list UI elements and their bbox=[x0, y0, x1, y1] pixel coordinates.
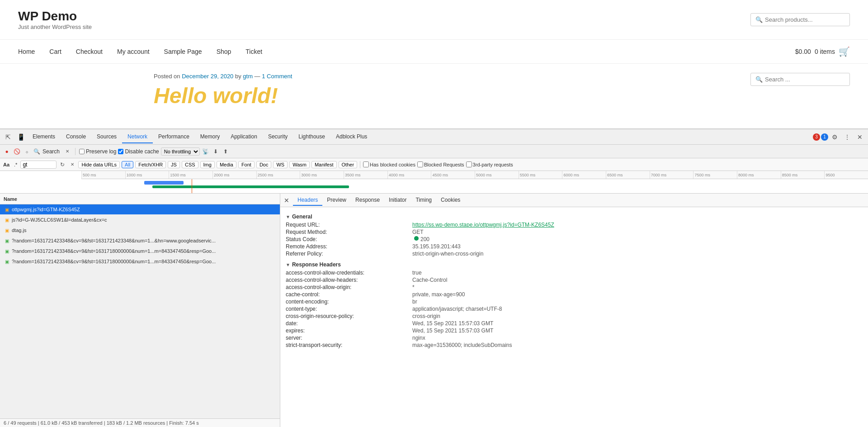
filter-refresh[interactable]: ↻ bbox=[58, 161, 66, 169]
js-icon: ▣ bbox=[4, 217, 10, 223]
tab-memory[interactable]: Memory bbox=[195, 131, 225, 143]
requests-list: ▣ ottpwgmj.js?id=GTM-KZ6S45Z ▣ js?id=G-W… bbox=[0, 204, 280, 418]
tab-headers[interactable]: Headers bbox=[293, 195, 322, 206]
devtools-main: Name ▣ ottpwgmj.js?id=GTM-KZ6S45Z ▣ js?i… bbox=[0, 194, 868, 427]
side-search-input[interactable] bbox=[765, 76, 845, 83]
img-icon: ▣ bbox=[4, 237, 10, 244]
clear-btn[interactable]: 🚫 bbox=[13, 147, 21, 156]
filter-clear[interactable]: ✕ bbox=[68, 161, 76, 169]
side-search[interactable]: 🔍 bbox=[750, 73, 850, 86]
req-name: js?id=G-WJ5CLC6SW1&l=dataLayer&cx=c bbox=[12, 217, 276, 223]
blocked-requests[interactable]: Blocked Requests bbox=[417, 161, 464, 167]
response-section-header[interactable]: Response Headers bbox=[286, 261, 863, 268]
filter-img[interactable]: Img bbox=[200, 161, 215, 168]
nav-links: Home Cart Checkout My account Sample Pag… bbox=[18, 48, 262, 55]
table-row[interactable]: ▣ ?random=1631721423348&cv=9&fst=1631718… bbox=[0, 246, 280, 256]
tab-timing[interactable]: Timing bbox=[411, 195, 436, 206]
cart-icon[interactable]: 🛒 bbox=[839, 46, 850, 57]
tab-performance[interactable]: Performance bbox=[153, 131, 195, 143]
tab-console[interactable]: Console bbox=[61, 131, 91, 143]
nav-cart[interactable]: Cart bbox=[49, 48, 61, 55]
table-row[interactable]: ▣ ottpwgmj.js?id=GTM-KZ6S45Z bbox=[0, 204, 280, 215]
filter-font[interactable]: Font bbox=[238, 161, 255, 168]
site-logo-area: WP Demo Just another WordPress site bbox=[18, 9, 92, 30]
resp-key: access-control-allow-origin: bbox=[286, 284, 412, 290]
network-conditions-icon[interactable]: 📡 bbox=[202, 147, 210, 156]
tab-network[interactable]: Network bbox=[122, 131, 153, 143]
filter-doc[interactable]: Doc bbox=[256, 161, 272, 168]
devtools-close-icon[interactable]: ✕ bbox=[854, 131, 866, 143]
requests-header: Name bbox=[0, 194, 280, 204]
export-icon[interactable]: ⬆ bbox=[222, 147, 230, 156]
nav-samplepage[interactable]: Sample Page bbox=[164, 48, 202, 55]
remote-address-val: 35.195.159.201:443 bbox=[412, 243, 461, 250]
tab-adblock[interactable]: Adblock Plus bbox=[330, 131, 373, 143]
preserve-log-check[interactable]: Preserve log bbox=[79, 148, 116, 155]
table-row[interactable]: ▣ ?random=1631721423348&cv=9&fst=1631718… bbox=[0, 256, 280, 267]
search-input-top[interactable] bbox=[765, 16, 845, 23]
has-blocked-cookies[interactable]: Has blocked cookies bbox=[363, 161, 415, 167]
page-date[interactable]: December 29, 2020 bbox=[182, 73, 233, 80]
nav-shop[interactable]: Shop bbox=[217, 48, 231, 55]
filter-wasm[interactable]: Wasm bbox=[289, 161, 310, 168]
js-icon: ▣ bbox=[4, 206, 10, 213]
filter-icon[interactable]: ⬦ bbox=[23, 147, 31, 156]
filter-fetch-xhr[interactable]: Fetch/XHR bbox=[135, 161, 166, 168]
filter-js[interactable]: JS bbox=[168, 161, 180, 168]
site-search-top[interactable]: 🔍 bbox=[750, 13, 850, 26]
resp-val: private, max-age=900 bbox=[412, 291, 465, 298]
page-comments[interactable]: 1 Comment bbox=[262, 73, 292, 80]
resp-key: access-control-allow-credentials: bbox=[286, 270, 412, 276]
nav-myaccount[interactable]: My account bbox=[117, 48, 150, 55]
js-icon: ▣ bbox=[4, 227, 10, 233]
tab-security[interactable]: Security bbox=[263, 131, 293, 143]
nav-ticket[interactable]: Ticket bbox=[245, 48, 262, 55]
devtools-settings-icon[interactable]: ⚙ bbox=[828, 131, 841, 143]
third-party-requests[interactable]: 3rd-party requests bbox=[466, 161, 513, 167]
nav-checkout[interactable]: Checkout bbox=[76, 48, 103, 55]
filter-aa[interactable]: Aa bbox=[2, 161, 11, 168]
close-panel-btn[interactable]: ✕ bbox=[282, 196, 291, 205]
filter-ws[interactable]: WS bbox=[273, 161, 288, 168]
tab-response[interactable]: Response bbox=[351, 195, 384, 206]
filter-other[interactable]: Other bbox=[339, 161, 358, 168]
record-btn[interactable]: ● bbox=[3, 147, 11, 156]
tab-application[interactable]: Application bbox=[225, 131, 263, 143]
request-url-key: Request URL: bbox=[286, 222, 412, 228]
page-author[interactable]: gtm bbox=[243, 73, 253, 80]
tab-sources[interactable]: Sources bbox=[91, 131, 122, 143]
table-row[interactable]: ▣ dtag.js bbox=[0, 225, 280, 236]
tab-cookies[interactable]: Cookies bbox=[436, 195, 465, 206]
resp-key: strict-transport-security: bbox=[286, 342, 412, 348]
header-row-remote: Remote Address: 35.195.159.201:443 bbox=[286, 243, 863, 250]
search-close-btn[interactable]: ✕ bbox=[63, 147, 71, 156]
disable-cache-check[interactable]: Disable cache bbox=[118, 148, 159, 155]
table-row[interactable]: ▣ ?random=1631721423348&cv=9&fst=1631721… bbox=[0, 236, 280, 246]
page-title-big: Hello world! bbox=[154, 83, 714, 108]
header-row-referrer: Referrer Policy: strict-origin-when-cros… bbox=[286, 251, 863, 257]
devtools-more-icon[interactable]: ⋮ bbox=[841, 131, 854, 143]
filter-media[interactable]: Media bbox=[217, 161, 236, 168]
nav-home[interactable]: Home bbox=[18, 48, 35, 55]
filter-hide-data-urls[interactable]: Hide data URLs bbox=[78, 161, 120, 168]
tab-preview[interactable]: Preview bbox=[322, 195, 351, 206]
devtools-icon-cursor[interactable]: ⇱ bbox=[2, 131, 14, 143]
filter-all[interactable]: All bbox=[122, 161, 133, 168]
filter-input[interactable] bbox=[20, 161, 57, 169]
tab-elements[interactable]: Elements bbox=[27, 131, 61, 143]
img-icon: ▣ bbox=[4, 248, 10, 254]
devtools: ⇱ 📱 Elements Console Sources Network Per… bbox=[0, 128, 868, 427]
import-icon[interactable]: ⬇ bbox=[212, 147, 220, 156]
tab-initiator[interactable]: Initiator bbox=[384, 195, 411, 206]
table-row[interactable]: ▣ js?id=G-WJ5CLC6SW1&l=dataLayer&cx=c bbox=[0, 215, 280, 225]
filter-css[interactable]: CSS bbox=[182, 161, 198, 168]
search-network-btn[interactable]: 🔍 bbox=[33, 147, 41, 156]
request-url-val: https://ss.wp-demo.stape.io/ottpwgmj.js?… bbox=[412, 222, 554, 228]
filter-manifest[interactable]: Manifest bbox=[311, 161, 337, 168]
filter-regex[interactable]: .* bbox=[13, 161, 19, 168]
general-section-header[interactable]: General bbox=[286, 214, 863, 220]
devtools-icon-mobile[interactable]: 📱 bbox=[14, 131, 27, 143]
badge-red: 3 bbox=[813, 133, 820, 141]
throttle-select[interactable]: No throttling bbox=[161, 147, 200, 156]
tab-lighthouse[interactable]: Lighthouse bbox=[293, 131, 330, 143]
